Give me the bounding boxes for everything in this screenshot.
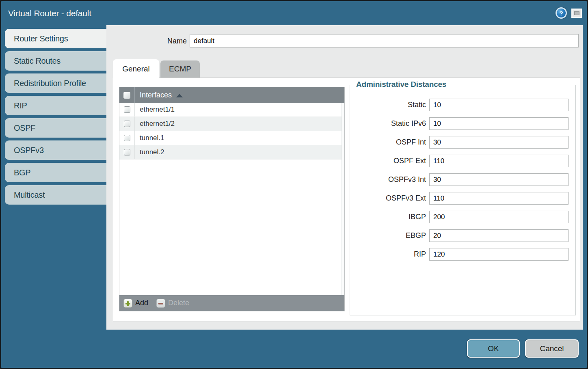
ospfv3-int-input[interactable] [429, 173, 569, 186]
static-ipv6-input[interactable] [429, 117, 569, 130]
sidebar-item-label: OSPFv3 [14, 146, 44, 155]
ok-button-label: OK [488, 344, 499, 353]
interfaces-toolbar: Add Delete [119, 295, 344, 311]
interfaces-column-header: Interfaces [135, 91, 172, 99]
sidebar-item-redistribution-profile[interactable]: Redistribution Profile [5, 73, 106, 93]
sidebar-item-ospf[interactable]: OSPF [5, 118, 106, 138]
table-row[interactable]: tunnel.1 [119, 131, 344, 145]
static-input[interactable] [429, 99, 569, 111]
sidebar: Router Settings Static Routes Redistribu… [1, 25, 106, 368]
table-row[interactable]: ethernet1/2 [119, 117, 344, 131]
name-field-label: Name [147, 37, 187, 45]
rip-input[interactable] [429, 248, 569, 261]
field-row-rip: RIP [351, 248, 575, 261]
add-button-label: Add [135, 299, 148, 307]
delete-icon [156, 299, 165, 308]
ospf-ext-label: OSPF Ext [351, 157, 426, 165]
delete-button[interactable]: Delete [156, 299, 189, 308]
fieldset-title: Administrative Distances [353, 80, 449, 89]
rip-label: RIP [351, 250, 426, 259]
general-tab-panel: Interfaces ethernet1/1 ethernet1/2 tunne [113, 78, 580, 322]
row-checkbox[interactable] [124, 135, 130, 141]
sidebar-item-label: Static Routes [14, 56, 61, 66]
name-input[interactable] [190, 34, 579, 47]
sidebar-item-label: Redistribution Profile [14, 79, 86, 88]
select-all-checkbox[interactable] [123, 92, 130, 99]
table-row[interactable]: tunnel.2 [119, 145, 344, 160]
field-row-ibgp: IBGP [351, 211, 575, 223]
ebgp-label: EBGP [351, 231, 426, 240]
tab-ecmp[interactable]: ECMP [160, 60, 200, 78]
ebgp-input[interactable] [429, 229, 569, 242]
ok-button[interactable]: OK [467, 339, 520, 358]
field-row-ospf-int: OSPF Int [351, 136, 575, 149]
administrative-distances-fieldset: Administrative Distances Static Static I… [350, 85, 576, 315]
ospfv3-int-label: OSPFv3 Int [351, 175, 426, 184]
sort-ascending-icon [176, 94, 183, 97]
cancel-button-label: Cancel [540, 344, 564, 353]
ospf-int-label: OSPF Int [351, 138, 426, 147]
title-bar: Virtual Router - default ? [1, 1, 587, 25]
sidebar-item-router-settings[interactable]: Router Settings [5, 29, 106, 48]
add-button[interactable]: Add [123, 299, 148, 308]
ospfv3-ext-input[interactable] [429, 192, 569, 205]
static-ipv6-label: Static IPv6 [351, 119, 426, 128]
row-checkbox-cell [119, 145, 135, 159]
sidebar-item-bgp[interactable]: BGP [5, 163, 106, 182]
row-checkbox-cell [119, 117, 135, 131]
title-bar-icons: ? [556, 7, 582, 19]
help-glyph: ? [559, 10, 563, 17]
maximize-icon[interactable] [571, 9, 582, 18]
sidebar-item-label: Multicast [14, 190, 45, 200]
ospf-int-input[interactable] [429, 136, 569, 149]
sidebar-item-static-routes[interactable]: Static Routes [5, 51, 106, 71]
static-label: Static [351, 101, 426, 109]
interface-name: tunnel.2 [135, 148, 164, 156]
sidebar-item-label: BGP [14, 168, 30, 177]
ospf-ext-input[interactable] [429, 155, 569, 167]
sidebar-item-ospfv3[interactable]: OSPFv3 [5, 140, 106, 160]
sidebar-item-label: Router Settings [14, 34, 68, 43]
ibgp-input[interactable] [429, 211, 569, 223]
tab-general[interactable]: General [113, 59, 159, 78]
maximize-glyph [574, 11, 579, 15]
interfaces-table-header[interactable]: Interfaces [119, 87, 344, 103]
interfaces-table: Interfaces ethernet1/1 ethernet1/2 tunne [119, 87, 345, 311]
field-row-ebgp: EBGP [351, 229, 575, 242]
interface-name: tunnel.1 [135, 134, 164, 142]
sidebar-item-rip[interactable]: RIP [5, 96, 106, 115]
tab-ecmp-label: ECMP [169, 65, 191, 73]
table-scrollbar[interactable] [342, 103, 344, 295]
sidebar-item-multicast[interactable]: Multicast [5, 185, 106, 205]
tab-general-label: General [122, 65, 150, 73]
table-row[interactable]: ethernet1/1 [119, 103, 344, 117]
row-checkbox[interactable] [124, 149, 130, 155]
row-checkbox[interactable] [124, 121, 130, 127]
field-row-ospfv3-ext: OSPFv3 Ext [351, 192, 575, 205]
interface-name: ethernet1/2 [135, 120, 175, 128]
row-checkbox-cell [119, 103, 135, 117]
content-area: Name General ECMP Interfaces ethernet1/1 [106, 25, 583, 330]
ospfv3-ext-label: OSPFv3 Ext [351, 194, 426, 203]
interfaces-rows: ethernet1/1 ethernet1/2 tunnel.1 tunnel.… [119, 103, 344, 295]
field-row-ospfv3-int: OSPFv3 Int [351, 173, 575, 186]
virtual-router-dialog: Virtual Router - default ? Router Settin… [0, 0, 588, 369]
interface-name: ethernet1/1 [135, 106, 175, 114]
row-checkbox-cell [119, 131, 135, 145]
field-row-static: Static [351, 99, 575, 111]
dialog-title: Virtual Router - default [8, 9, 91, 18]
sidebar-item-label: OSPF [14, 123, 35, 133]
add-icon [123, 299, 132, 308]
select-all-cell [119, 87, 135, 103]
field-row-static-ipv6: Static IPv6 [351, 117, 575, 130]
ibgp-label: IBGP [351, 213, 426, 221]
field-row-ospf-ext: OSPF Ext [351, 155, 575, 167]
sidebar-item-label: RIP [14, 101, 27, 110]
cancel-button[interactable]: Cancel [525, 339, 579, 358]
delete-button-label: Delete [168, 299, 189, 307]
help-icon[interactable]: ? [556, 7, 567, 19]
row-checkbox[interactable] [124, 106, 130, 113]
